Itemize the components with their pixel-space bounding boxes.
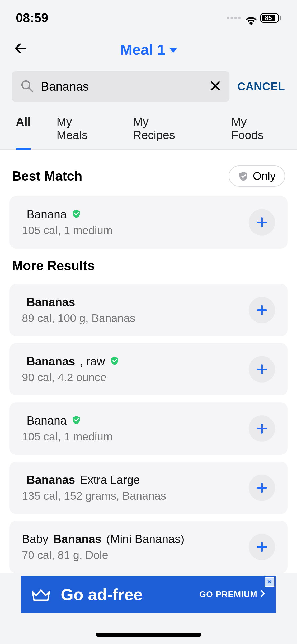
add-food-button[interactable] bbox=[249, 209, 275, 236]
food-subtitle: 135 cal, 152 grams, Bananas bbox=[22, 490, 166, 502]
status-time: 08:59 bbox=[16, 11, 48, 25]
food-result-item[interactable]: Baby Bananas (Mini Bananas)70 cal, 81 g,… bbox=[9, 521, 288, 573]
premium-ad-banner[interactable]: Go ad-free GO PREMIUM bbox=[21, 576, 276, 613]
verified-icon bbox=[72, 414, 81, 427]
food-info: Banana105 cal, 1 medium bbox=[22, 414, 112, 443]
verified-only-toggle[interactable]: Only bbox=[229, 165, 285, 187]
food-name: Bananas Extra Large bbox=[22, 473, 166, 486]
food-result-item[interactable]: Bananas89 cal, 100 g, Bananas bbox=[9, 284, 288, 336]
food-name: Baby Bananas (Mini Bananas) bbox=[22, 532, 185, 546]
food-result-item[interactable]: Bananas, raw90 cal, 4.2 ounce bbox=[9, 343, 288, 395]
add-food-button[interactable] bbox=[249, 356, 275, 383]
food-info: Bananas, raw90 cal, 4.2 ounce bbox=[22, 355, 119, 384]
food-result-item[interactable]: Banana105 cal, 1 medium bbox=[9, 196, 288, 249]
ad-cta[interactable]: GO PREMIUM bbox=[199, 590, 265, 599]
clear-search-button[interactable] bbox=[209, 80, 221, 93]
best-match-title: Best Match bbox=[12, 168, 82, 184]
search-box[interactable]: Bananas bbox=[12, 71, 229, 102]
add-food-button[interactable] bbox=[249, 297, 275, 323]
best-match-header: Best Match Only bbox=[12, 165, 285, 187]
cancel-button[interactable]: CANCEL bbox=[237, 80, 285, 93]
tab-my-foods[interactable]: My Foods bbox=[231, 109, 281, 149]
results-content: Best Match Only Banana105 cal, 1 medium … bbox=[0, 150, 297, 573]
more-results-title: More Results bbox=[12, 258, 285, 273]
svg-line-1 bbox=[29, 88, 32, 91]
cell-signal-icon: •••• bbox=[227, 13, 242, 22]
food-info: Bananas Extra Large135 cal, 152 grams, B… bbox=[22, 473, 166, 502]
add-food-button[interactable] bbox=[249, 415, 275, 442]
only-label: Only bbox=[253, 170, 276, 182]
ad-title: Go ad-free bbox=[61, 585, 189, 604]
search-row: Bananas CANCEL bbox=[0, 71, 297, 109]
food-subtitle: 70 cal, 81 g, Dole bbox=[22, 549, 185, 562]
search-input[interactable]: Bananas bbox=[41, 79, 202, 94]
food-subtitle: 105 cal, 1 medium bbox=[22, 224, 112, 237]
status-bar: 08:59 •••• 85 bbox=[0, 0, 297, 30]
wifi-icon bbox=[246, 14, 257, 22]
food-subtitle: 89 cal, 100 g, Bananas bbox=[22, 312, 135, 325]
food-info: Baby Bananas (Mini Bananas)70 cal, 81 g,… bbox=[22, 532, 185, 562]
tab-my-recipes[interactable]: My Recipes bbox=[133, 109, 192, 149]
crown-icon bbox=[32, 588, 50, 601]
chevron-right-icon bbox=[260, 590, 265, 599]
category-tabs: All My Meals My Recipes My Foods bbox=[0, 109, 297, 150]
add-food-button[interactable] bbox=[249, 534, 275, 560]
food-result-item[interactable]: Bananas Extra Large135 cal, 152 grams, B… bbox=[9, 462, 288, 514]
food-info: Bananas89 cal, 100 g, Bananas bbox=[22, 296, 135, 325]
back-button[interactable] bbox=[13, 41, 28, 57]
tab-all[interactable]: All bbox=[16, 109, 31, 149]
food-result-item[interactable]: Banana105 cal, 1 medium bbox=[9, 402, 288, 455]
meal-selector[interactable]: Meal 1 bbox=[120, 41, 177, 58]
status-right: •••• 85 bbox=[227, 13, 281, 23]
food-subtitle: 105 cal, 1 medium bbox=[22, 430, 112, 443]
app-header: Meal 1 bbox=[0, 30, 297, 71]
food-name: Bananas bbox=[22, 296, 135, 309]
add-food-button[interactable] bbox=[249, 475, 275, 501]
meal-title-text: Meal 1 bbox=[120, 41, 165, 58]
food-name: Bananas, raw bbox=[22, 355, 119, 368]
verified-icon bbox=[72, 208, 81, 221]
verified-icon bbox=[110, 355, 119, 368]
food-name: Banana bbox=[22, 208, 112, 221]
tab-my-meals[interactable]: My Meals bbox=[56, 109, 105, 149]
shield-icon bbox=[238, 171, 249, 181]
food-name: Banana bbox=[22, 414, 112, 427]
search-icon bbox=[20, 79, 34, 94]
battery-icon: 85 bbox=[260, 13, 281, 23]
food-info: Banana105 cal, 1 medium bbox=[22, 208, 112, 237]
food-subtitle: 90 cal, 4.2 ounce bbox=[22, 371, 119, 384]
home-indicator[interactable] bbox=[96, 633, 201, 637]
chevron-down-icon bbox=[169, 48, 177, 53]
ad-close-button[interactable] bbox=[265, 577, 274, 587]
